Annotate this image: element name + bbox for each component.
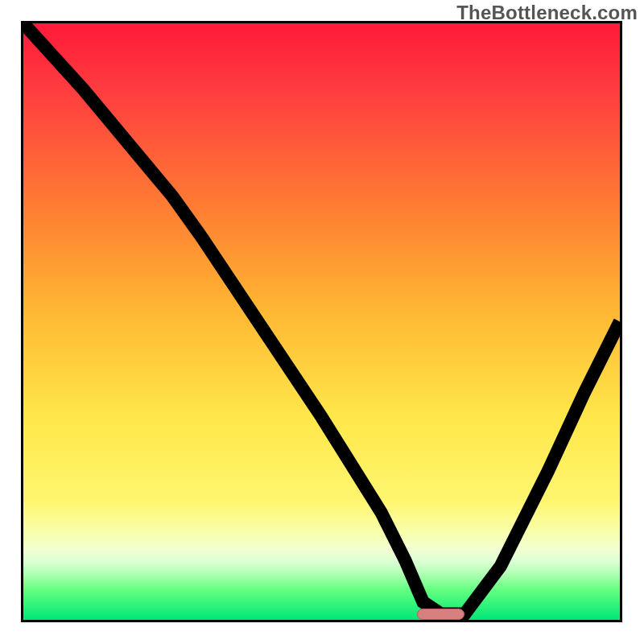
optimal-range-marker [417, 609, 464, 620]
curve-path [23, 23, 620, 614]
chart-container: TheBottleneck.com [0, 0, 644, 644]
plot-frame [21, 21, 622, 622]
bottleneck-curve [23, 23, 620, 620]
watermark-text: TheBottleneck.com [456, 2, 638, 24]
